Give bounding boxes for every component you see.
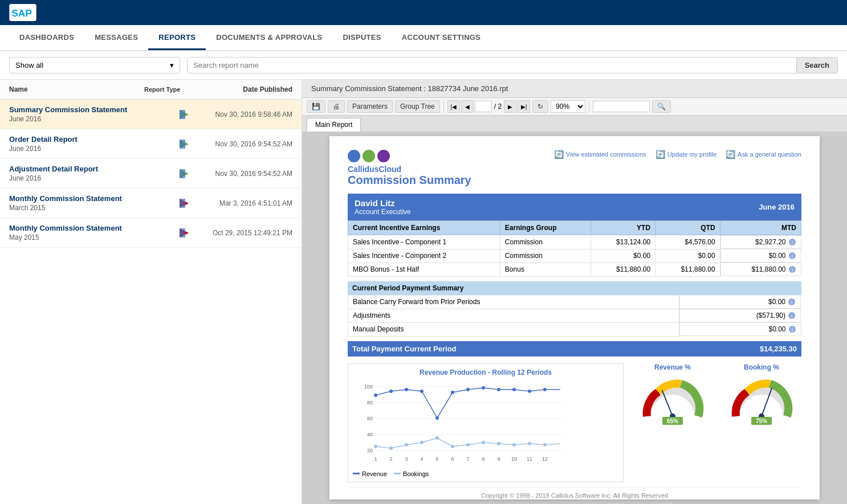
report-item-1[interactable]: Order Detail Report June 2016 Nov 30, 20… — [0, 129, 302, 159]
gauge-area: Revenue % — [633, 363, 801, 482]
earnings-row-1: Sales Incentive - Component 2 Commission… — [348, 249, 801, 263]
refresh-toolbar-btn[interactable]: ↻ — [532, 100, 548, 113]
show-all-dropdown[interactable]: Show all ▾ — [9, 57, 180, 73]
report-content-area: CallidusCloud Commission Summary 🔄 View … — [302, 132, 847, 504]
bookings-legend-label: Bookings — [403, 470, 429, 477]
print-toolbar-btn[interactable]: 🖨 — [328, 100, 345, 113]
report-item-3[interactable]: Monthly Commission Statement March 2015 … — [0, 189, 302, 218]
circle-blue — [348, 150, 360, 162]
save-toolbar-btn[interactable]: 💾 — [307, 100, 325, 113]
nav-item-documents[interactable]: DOCUMENTS & APPROVALS — [206, 26, 332, 50]
revenue-gauge: Revenue % — [633, 363, 712, 482]
payment-value-1: ($571.90) i — [679, 309, 801, 322]
booking-gauge-svg: 75% — [727, 374, 796, 425]
view-estimated-commissions-link[interactable]: 🔄 View estimated commissions — [554, 150, 646, 159]
bookings-legend-icon — [394, 473, 401, 474]
tab-main-report[interactable]: Main Report — [307, 118, 361, 132]
period-label: June 2016 — [759, 203, 795, 211]
payment-row-2: Manual Deposits $0.00 i — [348, 322, 801, 336]
chart-legend: Revenue Bookings — [353, 470, 618, 477]
zoom-select[interactable]: 90% 75% 100% 125% — [551, 100, 585, 113]
first-page-btn[interactable]: |◀ — [447, 100, 460, 113]
report-toolbar: 💾 🖨 Parameters Group Tree |◀ ◀ 1 / 2 ▶ ▶… — [302, 98, 847, 116]
nav-item-messages[interactable]: MESSAGES — [84, 26, 148, 50]
svg-text:12: 12 — [542, 456, 548, 462]
svg-text:9: 9 — [497, 456, 500, 462]
nav-item-reports[interactable]: REPORTS — [148, 26, 206, 50]
nav-item-dashboards[interactable]: DASHBOARDS — [9, 26, 84, 50]
row2-col0: MBO Bonus - 1st Half — [348, 263, 500, 276]
report-item-0[interactable]: Summary Commission Statement June 2016 N… — [0, 100, 302, 129]
commission-summary-title: Commission Summary — [348, 174, 471, 187]
row0-col0: Sales Incentive - Component 1 — [348, 235, 500, 249]
svg-text:20: 20 — [367, 448, 373, 453]
person-header: David Litz Account Executive June 2016 — [348, 194, 801, 220]
report-item-4[interactable]: Monthly Commission Statement May 2015 Oc… — [0, 218, 302, 248]
main-content: Name Report Type Date Published Summary … — [0, 80, 847, 504]
next-page-btn[interactable]: ▶ — [504, 100, 516, 113]
svg-marker-11 — [180, 228, 185, 237]
svg-text:5: 5 — [435, 456, 438, 462]
svg-marker-5 — [180, 140, 185, 149]
svg-point-42 — [497, 388, 500, 391]
svg-point-39 — [451, 391, 454, 394]
report-type-arrow-icon — [177, 167, 191, 181]
svg-marker-7 — [180, 169, 185, 178]
svg-text:4: 4 — [420, 456, 423, 462]
svg-text:100: 100 — [364, 384, 373, 390]
svg-text:65%: 65% — [667, 418, 678, 424]
svg-text:i: i — [792, 327, 793, 333]
payment-row-1: Adjustments ($571.90) i — [348, 309, 801, 322]
circle-green — [363, 150, 375, 162]
svg-text:80: 80 — [367, 400, 373, 405]
toolbar-separator — [443, 101, 444, 112]
svg-point-44 — [528, 390, 531, 393]
report-search-input[interactable] — [593, 101, 650, 112]
circle-purple — [377, 150, 390, 162]
last-page-btn[interactable]: ▶| — [518, 100, 530, 113]
svg-text:11: 11 — [527, 456, 532, 462]
svg-point-52 — [466, 443, 470, 446]
page-nav-controls: |◀ ◀ 1 / 2 ▶ ▶| — [447, 100, 530, 113]
row1-col4: $0.00 i — [720, 249, 801, 263]
svg-point-45 — [543, 388, 547, 391]
report-item-2[interactable]: Adjustment Detail Report June 2016 Nov 3… — [0, 159, 302, 189]
svg-point-49 — [420, 441, 423, 444]
show-all-label: Show all — [15, 61, 43, 69]
report-footer: Copyright © 1998 - 2018 Callidus Softwar… — [348, 487, 801, 499]
report-type-icon — [167, 196, 201, 210]
svg-text:i: i — [791, 313, 792, 319]
row1-col2: $0.00 — [591, 249, 655, 263]
link-icon-2: 🔄 — [655, 150, 665, 159]
earnings-col-3: QTD — [655, 221, 720, 235]
report-search-btn[interactable]: 🔍 — [652, 100, 671, 113]
svg-point-48 — [405, 443, 408, 446]
search-input[interactable] — [188, 58, 796, 73]
page-number-input[interactable]: 1 — [475, 101, 492, 112]
svg-point-36 — [405, 388, 408, 391]
col-name: Name — [9, 85, 144, 93]
person-title: Account Executive — [355, 208, 411, 216]
svg-point-38 — [435, 416, 439, 420]
callidus-circles — [348, 150, 390, 162]
group-tree-toolbar-btn[interactable]: Group Tree — [395, 100, 440, 113]
update-profile-link[interactable]: 🔄 Update my profile — [655, 150, 716, 159]
row0-col1: Commission — [500, 235, 591, 249]
svg-point-55 — [512, 443, 516, 446]
report-item-name: Summary Commission Statement — [9, 105, 167, 114]
search-container: Search — [187, 57, 838, 73]
search-button[interactable]: Search — [796, 58, 837, 73]
params-toolbar-btn[interactable]: Parameters — [347, 100, 393, 113]
report-item-name: Order Detail Report — [9, 135, 167, 144]
report-header: CallidusCloud Commission Summary 🔄 View … — [348, 150, 801, 187]
nav-item-account-settings[interactable]: ACCOUNT SETTINGS — [392, 26, 491, 50]
ask-question-link[interactable]: 🔄 Ask a general question — [726, 150, 801, 159]
svg-marker-9 — [180, 199, 185, 208]
prev-page-btn[interactable]: ◀ — [461, 100, 474, 113]
report-title-bar: Summary Commission Statement : 18827734 … — [302, 80, 847, 98]
svg-point-35 — [389, 390, 393, 393]
report-item-period: June 2016 — [9, 115, 167, 123]
report-item-info: Summary Commission Statement June 2016 — [9, 105, 167, 123]
nav-item-disputes[interactable]: DISPUTES — [332, 26, 391, 50]
report-item-period: March 2015 — [9, 204, 167, 212]
